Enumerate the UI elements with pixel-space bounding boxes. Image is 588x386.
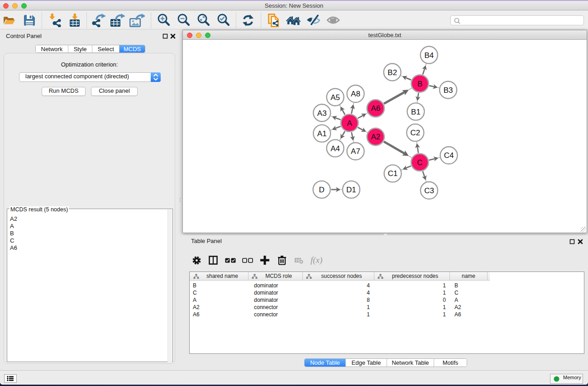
svg-text:A1: A1 — [317, 129, 327, 138]
svg-text:A7: A7 — [351, 147, 360, 156]
svg-text:C1: C1 — [388, 169, 398, 178]
svg-text:A6: A6 — [371, 104, 380, 113]
svg-text:B1: B1 — [411, 108, 421, 116]
svg-text:A5: A5 — [330, 93, 340, 102]
svg-text:D1: D1 — [346, 186, 356, 194]
svg-text:B: B — [417, 80, 422, 88]
svg-text:A2: A2 — [371, 133, 380, 141]
svg-text:D: D — [319, 186, 324, 194]
svg-text:A: A — [347, 119, 353, 128]
svg-text:B3: B3 — [444, 86, 453, 95]
svg-text:C: C — [417, 158, 422, 167]
svg-text:B2: B2 — [387, 68, 397, 77]
svg-text:B4: B4 — [424, 51, 434, 60]
svg-text:C4: C4 — [444, 151, 454, 160]
svg-text:A3: A3 — [317, 109, 327, 118]
svg-text:A8: A8 — [351, 90, 360, 98]
svg-text:C3: C3 — [424, 186, 434, 195]
svg-text:C2: C2 — [411, 129, 421, 137]
svg-text:A4: A4 — [330, 144, 340, 153]
